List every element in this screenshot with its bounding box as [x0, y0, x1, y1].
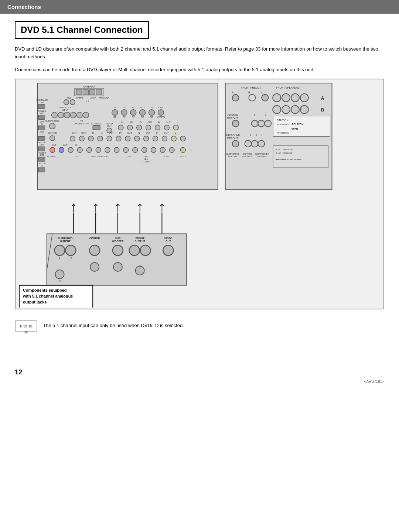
- svg-point-85: [50, 136, 55, 141]
- svg-text:DA: DA: [75, 156, 78, 158]
- svg-point-219: [129, 246, 140, 256]
- svg-point-150: [291, 94, 299, 102]
- svg-point-145: [249, 95, 255, 101]
- svg-text:IN: IN: [119, 132, 122, 134]
- svg-text:TO: TO: [80, 120, 83, 122]
- svg-text:with 5.1 channel analogue: with 5.1 channel analogue: [23, 294, 73, 298]
- svg-point-82: [164, 125, 169, 130]
- svg-point-80: [146, 125, 151, 130]
- svg-text:ANTENNA: ANTENNA: [99, 97, 109, 99]
- svg-rect-56: [140, 110, 146, 116]
- svg-text:R: R: [75, 144, 77, 147]
- svg-text:OUT: OUT: [72, 132, 77, 134]
- svg-text:SURROUND: SURROUND: [225, 134, 240, 137]
- svg-text:B: B: [321, 107, 324, 113]
- svg-point-123: [133, 148, 138, 153]
- memo-text: The 5.1 channel input can only be used w…: [43, 320, 184, 329]
- svg-rect-9: [38, 104, 45, 109]
- svg-point-105: [134, 136, 140, 141]
- svg-rect-21: [38, 147, 45, 151]
- svg-text:R FRONT: R FRONT: [141, 161, 151, 163]
- svg-rect-5: [89, 90, 95, 95]
- diagram-svg: ANTENNA DIGITAL IN OPT PCM/DD /DTS OPT 2…: [16, 79, 383, 308]
- svg-text:MONITOR TV: MONITOR TV: [75, 123, 89, 125]
- svg-point-116: [68, 148, 73, 153]
- svg-point-151: [300, 94, 308, 102]
- svg-point-125: [151, 148, 156, 153]
- svg-point-42: [83, 112, 89, 118]
- svg-text:TAPE 2 MONITOR: TAPE 2 MONITOR: [91, 156, 108, 158]
- svg-text:SPEAKER: SPEAKER: [242, 156, 253, 158]
- page-number: 12: [15, 368, 22, 376]
- svg-text:↑: ↑: [70, 199, 77, 215]
- svg-point-115: [59, 148, 64, 153]
- svg-text:S2: S2: [141, 116, 144, 119]
- page-code: <ARB7181>: [364, 380, 385, 384]
- svg-text:SURROUND: SURROUND: [58, 237, 72, 240]
- svg-text:IN: IN: [41, 165, 43, 167]
- header-title: Connections: [7, 4, 41, 10]
- svg-text:IN: IN: [121, 121, 123, 123]
- svg-text:↑: ↑: [92, 199, 99, 215]
- svg-text:IN: IN: [158, 121, 160, 123]
- svg-rect-12: [38, 115, 45, 120]
- body-paragraph-2: Connections can be made from a DVD playe…: [15, 66, 384, 74]
- svg-text:/DTE: /DTE: [40, 154, 44, 157]
- svg-point-40: [70, 112, 76, 118]
- svg-point-180: [258, 141, 265, 147]
- svg-text:CENTER: CENTER: [89, 237, 100, 240]
- svg-text:DIGITAL IN: DIGITAL IN: [37, 99, 48, 101]
- svg-text:IN: IN: [151, 106, 153, 109]
- page-title: DVD 5.1 Channel Connection: [21, 25, 143, 35]
- svg-text:R: R: [70, 257, 72, 259]
- svg-point-127: [169, 148, 174, 153]
- svg-text:PREOUT: PREOUT: [227, 137, 238, 140]
- svg-text:SUB: SUB: [115, 237, 121, 240]
- svg-text:OUT: OUT: [158, 106, 163, 109]
- svg-point-114: [50, 148, 55, 153]
- svg-text:ATTENTION: ATTENTION: [277, 132, 289, 134]
- svg-text:PREOUT: PREOUT: [228, 156, 237, 158]
- svg-text:OPT: OPT: [40, 102, 45, 104]
- svg-rect-66: [93, 126, 100, 130]
- svg-rect-15: [38, 126, 45, 130]
- svg-point-126: [160, 148, 165, 153]
- svg-text:A: A: [321, 96, 324, 101]
- svg-text:PREOUT: PREOUT: [227, 117, 238, 120]
- svg-text:OUT: OUT: [164, 132, 169, 134]
- svg-rect-18: [38, 137, 45, 141]
- svg-text:LD,L: LD,L: [144, 158, 149, 161]
- svg-text:IN: IN: [101, 132, 103, 134]
- svg-point-156: [300, 106, 308, 114]
- svg-text:OUT: OUT: [146, 132, 150, 134]
- svg-point-32: [64, 100, 69, 105]
- svg-text:IN: IN: [138, 132, 140, 134]
- svg-rect-24: [38, 157, 45, 162]
- svg-point-101: [98, 136, 103, 141]
- svg-text:↑: ↑: [158, 199, 166, 215]
- svg-point-179: [251, 141, 258, 147]
- svg-text:S2: S2: [150, 116, 153, 119]
- svg-text:OUT: OUT: [127, 132, 132, 134]
- svg-text:R: R: [256, 134, 258, 137]
- svg-text:L: L: [250, 134, 252, 137]
- svg-text:↑: ↑: [114, 199, 122, 215]
- svg-text:SUBWOOFER: SUBWOOFER: [255, 153, 270, 155]
- svg-rect-53: [112, 110, 118, 116]
- svg-point-212: [90, 262, 99, 271]
- svg-point-108: [162, 136, 167, 141]
- svg-text:WOOFER: WOOFER: [112, 240, 123, 243]
- svg-text:INPUT: INPUT: [62, 109, 69, 111]
- svg-point-164: [258, 120, 265, 127]
- svg-text:FRONT SPEAKERS: FRONT SPEAKERS: [276, 86, 300, 89]
- svg-point-77: [118, 125, 123, 130]
- svg-text:CENTER: CENTER: [48, 132, 57, 134]
- body-paragraph-1: DVD and LD discs are often compatible wi…: [15, 45, 384, 61]
- svg-text:VIDEO: VIDEO: [164, 237, 172, 240]
- svg-text:L: L: [261, 91, 263, 94]
- svg-point-100: [88, 136, 93, 141]
- svg-point-79: [137, 125, 142, 130]
- svg-point-117: [77, 148, 82, 153]
- svg-text:CENTER: CENTER: [243, 153, 252, 155]
- svg-point-37: [52, 112, 58, 118]
